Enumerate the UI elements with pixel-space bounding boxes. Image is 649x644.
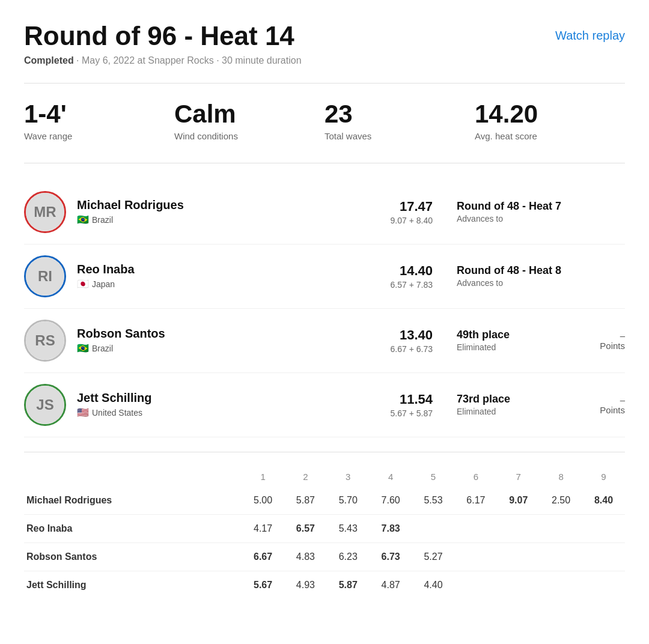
athlete-row: MR Michael Rodrigues 🇧🇷 Brazil 17.47 9.0… bbox=[24, 180, 625, 245]
stats-row: 1-4' Wave range Calm Wind conditions 23 … bbox=[24, 100, 625, 141]
country-flag: 🇧🇷 bbox=[77, 342, 89, 354]
stat-item-1: Calm Wind conditions bbox=[174, 100, 324, 141]
points-label: Points bbox=[589, 341, 625, 351]
stats-divider bbox=[24, 163, 625, 163]
athlete-scores: 14.40 6.57 + 7.83 bbox=[391, 263, 433, 290]
wave-table-row: Robson Santos6.674.836.236.735.27 bbox=[24, 542, 625, 571]
wave-score-0-4: 7.60 bbox=[370, 487, 412, 515]
wave-scores-table: 123456789Michael Rodrigues5.005.875.707.… bbox=[24, 467, 625, 599]
athlete-name: Reo Inaba bbox=[77, 263, 391, 276]
wave-surfer-name: Reo Inaba bbox=[24, 514, 242, 542]
stat-label-3: Avg. heat score bbox=[475, 131, 625, 141]
athlete-avatar: RS bbox=[24, 320, 66, 362]
wave-score-1-1: 4.17 bbox=[242, 514, 284, 542]
result-title: Round of 48 - Heat 7 bbox=[457, 200, 589, 213]
athlete-avatar: RI bbox=[24, 255, 66, 297]
wave-breakdown: 9.07 + 8.40 bbox=[391, 216, 433, 225]
athlete-row: JS Jett Schilling 🇺🇸 United States 11.54… bbox=[24, 373, 625, 437]
athlete-result: 49th place Eliminated bbox=[457, 329, 589, 352]
athlete-country: 🇧🇷 Brazil bbox=[77, 342, 391, 354]
wave-score-3-2: 4.93 bbox=[284, 571, 327, 599]
wave-score-1-7 bbox=[497, 514, 540, 542]
stat-item-3: 14.20 Avg. heat score bbox=[475, 100, 625, 141]
total-score: 13.40 bbox=[391, 327, 433, 343]
wave-score-2-8 bbox=[540, 542, 582, 571]
athlete-country: 🇯🇵 Japan bbox=[77, 278, 391, 290]
wave-score-0-3: 5.70 bbox=[327, 487, 370, 515]
athlete-info: Robson Santos 🇧🇷 Brazil bbox=[77, 327, 391, 354]
wave-score-3-3: 5.87 bbox=[327, 571, 370, 599]
wave-score-2-5: 5.27 bbox=[412, 542, 455, 571]
stat-value-2: 23 bbox=[324, 100, 475, 128]
athlete-name: Jett Schilling bbox=[77, 391, 391, 405]
wave-score-3-5: 4.40 bbox=[412, 571, 455, 599]
points-col: – Points bbox=[589, 330, 625, 351]
wave-col-header-9: 9 bbox=[582, 467, 625, 487]
wave-col-header-2: 2 bbox=[284, 467, 327, 487]
wave-score-2-2: 4.83 bbox=[284, 542, 327, 571]
avatar-initials: MR bbox=[26, 193, 64, 231]
points-label: Points bbox=[589, 405, 625, 415]
result-subtitle: Eliminated bbox=[457, 342, 589, 352]
total-score: 14.40 bbox=[391, 263, 433, 279]
athlete-info: Reo Inaba 🇯🇵 Japan bbox=[77, 263, 391, 290]
wave-score-1-6 bbox=[454, 514, 497, 542]
heat-details: · May 6, 2022 at Snapper Rocks · 30 minu… bbox=[74, 55, 302, 65]
result-subtitle: Advances to bbox=[457, 214, 589, 223]
wave-score-0-5: 5.53 bbox=[412, 487, 455, 515]
result-subtitle: Advances to bbox=[457, 278, 589, 288]
wave-col-header-4: 4 bbox=[370, 467, 412, 487]
athlete-avatar: MR bbox=[24, 191, 66, 233]
stat-label-1: Wind conditions bbox=[174, 131, 324, 141]
avatar-initials: RI bbox=[26, 257, 64, 296]
athlete-name: Michael Rodrigues bbox=[77, 198, 391, 212]
athlete-info: Jett Schilling 🇺🇸 United States bbox=[77, 391, 391, 418]
wave-col-header-3: 3 bbox=[327, 467, 370, 487]
points-col: – Points bbox=[589, 395, 625, 415]
wave-col-header-6: 6 bbox=[454, 467, 497, 487]
wave-score-0-8: 2.50 bbox=[540, 487, 582, 515]
wave-score-3-7 bbox=[497, 571, 540, 599]
athlete-country: 🇺🇸 United States bbox=[77, 407, 391, 418]
stat-item-2: 23 Total waves bbox=[324, 100, 475, 141]
heat-subtitle: Completed · May 6, 2022 at Snapper Rocks… bbox=[24, 55, 625, 66]
result-subtitle: Eliminated bbox=[457, 407, 589, 416]
stat-item-0: 1-4' Wave range bbox=[24, 100, 174, 141]
stat-value-3: 14.20 bbox=[475, 100, 625, 128]
athlete-avatar: JS bbox=[24, 384, 66, 426]
wave-score-1-8 bbox=[540, 514, 582, 542]
wave-breakdown: 5.67 + 5.87 bbox=[391, 409, 433, 418]
wave-score-3-1: 5.67 bbox=[242, 571, 284, 599]
wave-surfer-name: Robson Santos bbox=[24, 542, 242, 571]
wave-score-2-7 bbox=[497, 542, 540, 571]
athlete-row: RS Robson Santos 🇧🇷 Brazil 13.40 6.67 + … bbox=[24, 309, 625, 373]
country-flag: 🇧🇷 bbox=[77, 214, 89, 225]
wave-col-header-7: 7 bbox=[497, 467, 540, 487]
wave-score-3-6 bbox=[454, 571, 497, 599]
stat-label-0: Wave range bbox=[24, 131, 174, 141]
wave-score-2-4: 6.73 bbox=[370, 542, 412, 571]
wave-score-2-1: 6.67 bbox=[242, 542, 284, 571]
wave-table-name-header bbox=[24, 467, 242, 487]
athlete-country: 🇧🇷 Brazil bbox=[77, 214, 391, 225]
page-header: Round of 96 - Heat 14 Watch replay bbox=[24, 22, 625, 50]
wave-score-0-9: 8.40 bbox=[582, 487, 625, 515]
country-name: United States bbox=[92, 408, 142, 418]
athlete-scores: 11.54 5.67 + 5.87 bbox=[391, 392, 433, 418]
wave-score-3-4: 4.87 bbox=[370, 571, 412, 599]
wave-score-1-9 bbox=[582, 514, 625, 542]
athlete-scores: 17.47 9.07 + 8.40 bbox=[391, 199, 433, 225]
total-score: 11.54 bbox=[391, 392, 433, 407]
wave-table-row: Reo Inaba4.176.575.437.83 bbox=[24, 514, 625, 542]
avatar-initials: RS bbox=[26, 321, 64, 360]
wave-score-0-6: 6.17 bbox=[454, 487, 497, 515]
athlete-name: Robson Santos bbox=[77, 327, 391, 341]
points-dash: – bbox=[589, 330, 625, 341]
watch-replay-button[interactable]: Watch replay bbox=[555, 22, 625, 43]
wave-surfer-name: Jett Schilling bbox=[24, 571, 242, 599]
wave-score-1-3: 5.43 bbox=[327, 514, 370, 542]
wave-score-1-4: 7.83 bbox=[370, 514, 412, 542]
athletes-list: MR Michael Rodrigues 🇧🇷 Brazil 17.47 9.0… bbox=[24, 180, 625, 437]
table-divider bbox=[24, 452, 625, 452]
status-badge: Completed bbox=[24, 55, 74, 65]
